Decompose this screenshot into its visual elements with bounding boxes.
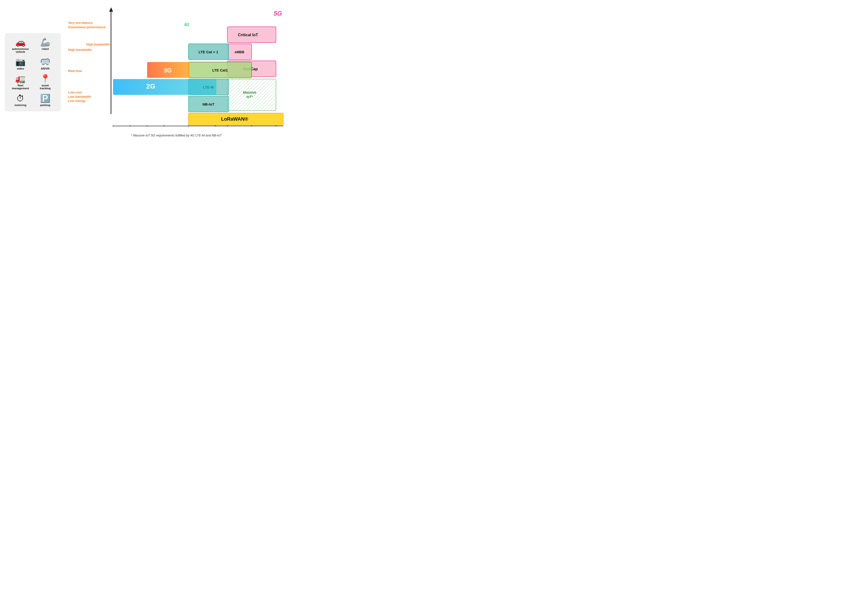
icon-item-fleet-management: 🚛fleetmanagement [9,74,32,90]
label-5g: 5G [273,10,282,17]
autonomous-vehicle-icon: 🚗 [15,38,26,46]
video-label: video [17,67,24,70]
chart-area: 5G Very low latencyGuaranteed performanc… [68,7,284,137]
svg-text:2G: 2G [146,83,155,90]
svg-text:eMBB: eMBB [235,50,244,54]
parking-label: parking [40,104,50,106]
svg-text:LTE Cat > 1: LTE Cat > 1 [199,50,218,54]
footnote: * Massive IoT 5G requirements fulfilled … [68,134,284,137]
icon-item-autonomous-vehicle: 🚗autonomousvehicle [9,38,32,53]
icon-item-asset-tracking: 📍assettracking [34,74,57,90]
icon-item-ar-vr: 🥽AR/VR [34,58,57,70]
metering-label: metering [15,104,26,106]
svg-text:LoRaWAN®: LoRaWAN® [221,116,248,121]
svg-text:Massive: Massive [243,91,256,94]
ar-vr-label: AR/VR [41,67,50,70]
left-panel: 🚗autonomousvehicle🦾robot📷video🥽AR/VR🚛fle… [5,33,61,111]
icon-item-robot: 🦾robot [34,38,57,53]
icon-item-parking: 🅿️parking [34,94,57,106]
robot-icon: 🦾 [40,38,50,46]
icon-item-metering: ⏱metering [9,94,32,106]
chart-svg: Critical IoT eMBB LTE Cat > 1 RedCap LTE… [112,10,284,126]
svg-text:Critical IoT: Critical IoT [238,33,258,37]
robot-label: robot [41,48,49,50]
y-label-low: Low costLow bandwidthLow energy [68,90,109,103]
parking-icon: 🅿️ [40,94,50,102]
fleet-management-label: fleetmanagement [12,84,29,90]
icon-item-video: 📷video [9,58,32,70]
asset-tracking-icon: 📍 [40,74,50,83]
main-container: 🚗autonomousvehicle🦾robot📷video🥽AR/VR🚛fle… [5,7,284,137]
svg-text:NB-IoT: NB-IoT [202,102,214,106]
label-4g: 4G [184,23,189,27]
svg-text:IoT*: IoT* [247,95,253,99]
y-label-high-bandwidth: High bandwidth [69,43,110,46]
asset-tracking-label: assettracking [40,84,51,90]
metering-icon: ⏱ [16,94,25,102]
video-icon: 📷 [15,58,26,66]
y-label-mid: Real time [68,69,109,73]
fleet-management-icon: 🚛 [15,74,26,83]
y-label-top: Very low latencyGuaranteed performance [68,21,109,29]
svg-text:3G: 3G [164,67,172,74]
svg-text:LTE Cat1: LTE Cat1 [212,68,228,72]
autonomous-vehicle-label: autonomousvehicle [12,48,29,53]
ar-vr-icon: 🥽 [40,58,50,66]
y-label-high: High bandwidth [68,48,109,52]
svg-rect-18 [113,79,216,95]
